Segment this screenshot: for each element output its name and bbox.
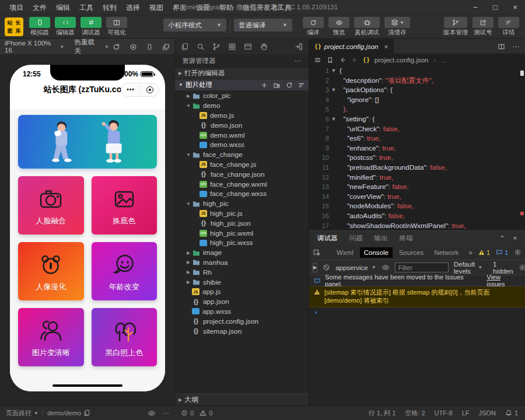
banner[interactable] — [18, 115, 157, 169]
capsule-menu[interactable]: ••• — [121, 83, 159, 97]
tree-file-face_change.wxss[interactable]: face_change.wxss — [175, 189, 309, 199]
code-area[interactable]: 1▼{2 "description": "项目配置文件",3▼ "packOpt… — [309, 66, 525, 230]
tile-人脸融合[interactable]: 人脸融合 — [18, 176, 84, 235]
tree-file-face_change.json[interactable]: {}face_change.json — [175, 169, 309, 179]
device-debug-button[interactable]: 真机调试 — [354, 15, 380, 38]
inspect-icon[interactable] — [313, 249, 321, 257]
warning-badge[interactable]: 1 — [478, 249, 490, 256]
tree-file-project.config.json[interactable]: {}project.config.json — [175, 316, 309, 326]
tile-黑白照上色[interactable]: 黑白照上色 — [92, 308, 158, 366]
new-folder-icon[interactable] — [273, 82, 281, 89]
debug-tab-调试器[interactable]: 调试器 — [312, 231, 344, 245]
menu-item-选择[interactable]: 选择 — [121, 0, 145, 15]
filter-input[interactable] — [395, 262, 449, 272]
more-actions-icon[interactable]: ⋯ — [295, 57, 302, 65]
tree-folder-image[interactable]: ▶image — [175, 248, 309, 258]
tree-file-face_change.wxml[interactable]: </>face_change.wxml — [175, 179, 309, 189]
more-tabs-icon[interactable]: » — [468, 249, 473, 257]
visual-toggle[interactable]: 可视化 — [106, 15, 127, 38]
status-UTF-8[interactable]: UTF-8 — [435, 410, 453, 416]
menu-icon[interactable] — [314, 57, 321, 64]
gear-icon[interactable] — [514, 249, 522, 256]
clear-cache-button[interactable]: ▼ 清缓存 — [384, 15, 410, 38]
box-icon[interactable] — [244, 43, 252, 51]
multi-window-icon[interactable] — [162, 43, 170, 51]
tree-file-demo.wxml[interactable]: </>demo.wxml — [175, 130, 309, 140]
menu-item-项目[interactable]: 项目 — [5, 0, 28, 15]
tree-folder-face_change[interactable]: ▼face_change — [175, 150, 309, 160]
tree-file-demo.js[interactable]: JSdemo.js — [175, 111, 309, 121]
open-editors-section[interactable]: ▶ 打开的编辑器 — [175, 67, 309, 79]
devtools-tab-Console[interactable]: Console — [360, 247, 393, 258]
debugger-toggle[interactable]: 调试器 — [80, 15, 102, 38]
tree-file-app.wxss[interactable]: app.wxss — [175, 307, 309, 317]
tree-file-high_pic.js[interactable]: JShigh_pic.js — [175, 209, 309, 219]
menu-item-工具[interactable]: 工具 — [75, 0, 98, 15]
record-icon[interactable] — [130, 43, 137, 51]
console-prompt[interactable]: › — [309, 307, 525, 317]
tile-年龄改变[interactable]: 年龄改变 — [92, 242, 158, 300]
compile-mode-dropdown[interactable]: 普通编译▼ — [234, 19, 292, 32]
minimize-button[interactable]: − — [466, 0, 485, 15]
tree-file-app.json[interactable]: {}app.json — [175, 297, 309, 307]
debug-tab-终端[interactable]: 终端 — [394, 231, 419, 245]
tree-file-app.js[interactable]: JSapp.js — [175, 287, 309, 297]
device-icon[interactable] — [146, 43, 153, 51]
breadcrumb-file[interactable]: project.config.json — [374, 57, 429, 64]
menu-item-界面[interactable]: 界面 — [168, 0, 191, 15]
refresh-icon[interactable] — [286, 82, 293, 89]
hot-reload-toggle[interactable]: 热重载 关 — [75, 38, 102, 55]
debug-tab-问题[interactable]: 问题 — [344, 231, 369, 245]
debug-tab-输出[interactable]: 输出 — [369, 231, 394, 245]
more-icon[interactable]: ⋯ — [163, 410, 169, 417]
more-dots-icon[interactable]: ••• — [127, 87, 135, 93]
tree-file-high_pic.json[interactable]: {}high_pic.json — [175, 218, 309, 228]
eye-icon[interactable] — [382, 264, 390, 271]
close-button[interactable]: × — [505, 0, 525, 15]
tree-folder-high_pic[interactable]: ▼high_pic — [175, 199, 309, 209]
menu-item-帮助[interactable]: 帮助 — [215, 0, 238, 15]
simulator-toggle[interactable]: 模拟器 — [29, 15, 50, 38]
context-selector[interactable]: appservice▼ — [335, 264, 376, 271]
new-file-icon[interactable] — [261, 82, 268, 89]
tab-project-config[interactable]: { } project.config.json × — [309, 39, 394, 54]
menu-item-视图[interactable]: 视图 — [145, 0, 168, 15]
tree-file-high_pic.wxss[interactable]: high_pic.wxss — [175, 238, 309, 248]
error-count[interactable]: 0 — [181, 410, 194, 416]
refresh-icon[interactable] — [113, 43, 120, 51]
tree-file-high_pic.wxml[interactable]: </>high_pic.wxml — [175, 228, 309, 238]
status--1-1[interactable]: 行 1, 列 1 — [369, 409, 396, 418]
collapse-panel-icon[interactable]: ⌃ — [499, 235, 505, 242]
split-editor-icon[interactable] — [498, 43, 505, 50]
menu-item-微信开发者工具[interactable]: 微信开发者工具 — [238, 0, 296, 15]
devtools-tab-Wxml[interactable]: Wxml — [332, 247, 358, 258]
preview-button[interactable]: 预览 — [328, 15, 349, 38]
git-branch-icon[interactable] — [212, 43, 220, 51]
log-levels-dropdown[interactable]: Default levels▼ — [454, 261, 482, 275]
tree-folder-demo[interactable]: ▼demo — [175, 101, 309, 111]
tree-folder-manhua[interactable]: ▶manhua — [175, 258, 309, 268]
devtools-tab-Sources[interactable]: Sources — [395, 247, 428, 258]
collapse-all-icon[interactable] — [298, 82, 305, 89]
frame-selector-icon[interactable]: ▶ — [313, 263, 317, 272]
fold-chevron-icon[interactable]: ▼ — [329, 114, 338, 124]
tree-file-demo.wxss[interactable]: demo.wxss — [175, 140, 309, 150]
project-section[interactable]: ▼ 图片处理 — [175, 79, 309, 90]
menu-item-文件[interactable]: 文件 — [28, 0, 51, 15]
editor-toggle[interactable]: 编辑器 — [55, 15, 76, 38]
compile-button[interactable]: 编译 — [303, 15, 324, 38]
tree-folder-Rh[interactable]: ▶Rh — [175, 267, 309, 277]
status--2[interactable]: 空格: 2 — [405, 409, 425, 418]
tile-人像漫化[interactable]: 人像漫化 — [18, 242, 84, 300]
clear-console-icon[interactable] — [323, 264, 330, 271]
view-issues-link[interactable]: View issues — [487, 274, 520, 288]
status-LF[interactable]: LF — [462, 410, 470, 416]
editor-more-icon[interactable]: ⋯ — [512, 43, 519, 51]
outline-section[interactable]: ▶ 大纲 — [175, 394, 309, 405]
back-icon[interactable] — [339, 57, 346, 64]
tree-folder-color_pic[interactable]: ▶color_pic — [175, 91, 309, 101]
extensions-icon[interactable] — [228, 43, 236, 51]
status-JSON[interactable]: JSON — [479, 410, 496, 416]
minimap[interactable] — [519, 67, 524, 229]
tree-file-demo.json[interactable]: {}demo.json — [175, 120, 309, 130]
